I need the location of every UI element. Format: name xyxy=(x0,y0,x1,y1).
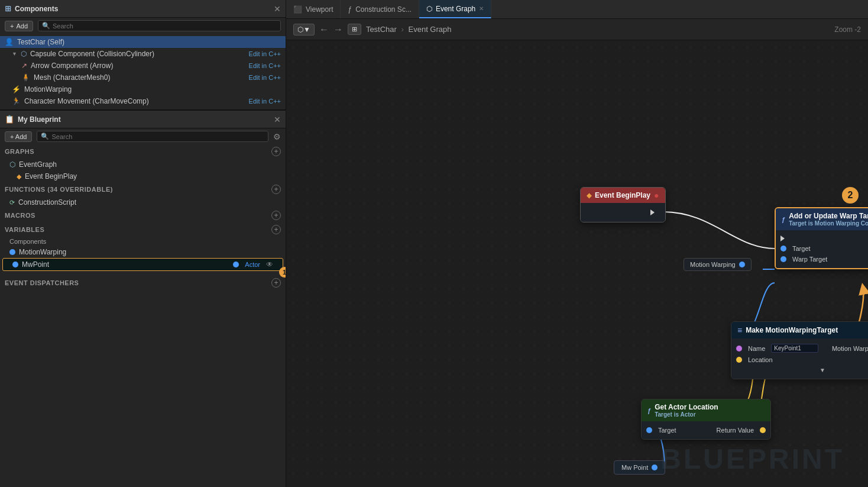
var-item-motionwarping[interactable]: MotionWarping xyxy=(0,246,286,258)
variables-section-header[interactable]: VARIABLES + xyxy=(0,222,286,237)
make-target-name-pin xyxy=(736,346,742,351)
mwpoint-var-label: MwPoint xyxy=(22,260,227,269)
mybp-search-bar[interactable]: 🔍 xyxy=(37,131,268,142)
components-search-bar[interactable]: 🔍 xyxy=(38,20,281,31)
bp-item-eventgraph[interactable]: ⬡ EventGraph xyxy=(0,159,286,170)
tab-construction[interactable]: ƒ Construction Sc... xyxy=(341,0,419,18)
mybp-settings-gear[interactable]: ⚙ xyxy=(273,132,281,141)
mybp-search-icon: 🔍 xyxy=(41,133,49,140)
graphs-add-btn[interactable]: + xyxy=(271,147,281,156)
bp-item-construction[interactable]: ⟳ ConstructionScript xyxy=(0,196,286,208)
macros-section-header[interactable]: MACROS + xyxy=(0,208,286,222)
make-target-name-input[interactable] xyxy=(771,344,818,353)
bp-item-eventbeginplay[interactable]: ◆ Event BeginPlay xyxy=(0,170,286,182)
components-search-input[interactable] xyxy=(53,22,277,30)
viewport-tab-label: Viewport xyxy=(306,5,333,14)
tree-item-mesh[interactable]: 🧍 Mesh (CharacterMesh0) Edit in C++ xyxy=(0,72,286,83)
node-make-motion-target[interactable]: ≡ Make MotionWarpingTarget Name Motion W… xyxy=(731,321,868,379)
blueprint-watermark: BLUEPRINT xyxy=(660,443,844,475)
mybp-close-btn[interactable]: ✕ xyxy=(274,115,281,124)
functions-section-header[interactable]: FUNCTIONS (34 OVERRIDABLE) + xyxy=(0,182,286,196)
step-badge-1: 1 xyxy=(279,267,286,278)
add-warp-warptarget-label: Warp Target xyxy=(792,256,827,263)
mwpoint-visibility-icon[interactable]: 👁 xyxy=(266,260,273,269)
eventgraph-label: EventGraph xyxy=(19,160,57,169)
mesh-edit-action[interactable]: Edit in C++ xyxy=(249,74,281,81)
focus-btn[interactable]: ⊞ xyxy=(348,24,361,35)
charmove-icon: 🏃 xyxy=(12,97,21,105)
variables-add-btn[interactable]: + xyxy=(271,225,281,234)
mw-point-label: Mw Point xyxy=(621,464,648,471)
eventgraph-tab-close[interactable]: ✕ xyxy=(479,5,484,12)
charmove-edit-action[interactable]: Edit in C++ xyxy=(249,98,281,105)
chevron-down-icon: ▼ xyxy=(12,51,17,57)
person-icon: 👤 xyxy=(5,38,14,46)
nav-forward-btn[interactable]: → xyxy=(333,24,343,35)
bp-mode-btn[interactable]: ⬡▼ xyxy=(293,24,315,36)
make-target-output-label: Motion Warping Target xyxy=(832,345,868,352)
tree-item-charmove[interactable]: 🏃 Character Movement (CharMoveComp) Edit… xyxy=(0,95,286,107)
arrow-comp-icon: ↗ xyxy=(21,62,27,70)
make-target-expand-row[interactable]: ▼ xyxy=(731,365,868,375)
mybp-add-button[interactable]: + Add xyxy=(5,131,32,142)
breadcrumb-testchar: TestChar xyxy=(366,25,397,34)
add-warp-exec-row xyxy=(776,234,868,243)
event-begin-body xyxy=(581,203,665,222)
mybp-title-group: 📋 My Blueprint xyxy=(5,115,61,124)
event-dispatchers-header[interactable]: EVENT DISPATCHERS + xyxy=(0,276,286,290)
graphs-section-header[interactable]: GRAPHS + xyxy=(0,144,286,159)
mw-point-var-node[interactable]: Mw Point xyxy=(614,460,665,475)
make-target-title: Make MotionWarpingTarget xyxy=(746,326,838,334)
nav-back-btn[interactable]: ← xyxy=(319,24,329,35)
add-icon: + xyxy=(10,22,14,30)
mybp-search-input[interactable] xyxy=(51,133,264,140)
testchar-label: TestChar (Self) xyxy=(17,38,281,46)
graphs-section-label: GRAPHS xyxy=(5,148,34,155)
add-warp-warptarget-pin xyxy=(780,256,786,262)
tree-item-arrow[interactable]: ↗ Arrow Component (Arrow) Edit in C++ xyxy=(0,60,286,72)
components-header: ⊞ Components ✕ xyxy=(0,0,286,18)
eventgraph-tab-icon: ⬡ xyxy=(426,5,432,13)
components-add-button[interactable]: + + Add Add xyxy=(5,21,33,31)
mesh-label: Mesh (CharacterMesh0) xyxy=(34,73,245,82)
node-event-begin-play[interactable]: ◆ Event BeginPlay ● xyxy=(580,187,666,222)
add-warp-body: Target Warp Target xyxy=(776,230,868,268)
var-item-mwpoint[interactable]: MwPoint Actor 👁 1 xyxy=(2,258,283,271)
event-begin-icon: ◆ xyxy=(587,192,591,199)
add-warp-exec-in xyxy=(780,236,785,241)
node-get-actor-location[interactable]: ƒ Get Actor Location Target is Actor Tar… xyxy=(641,399,771,440)
component-icon: ⊞ xyxy=(5,4,11,13)
motion-warping-var-node[interactable]: Motion Warping xyxy=(684,258,752,271)
mybp-toolbar: + Add 🔍 ⚙ xyxy=(0,128,286,144)
mwpoint-dot xyxy=(12,262,18,267)
motion-label: MotionWarping xyxy=(24,85,281,93)
tree-item-testchar[interactable]: 👤 TestChar (Self) xyxy=(0,36,286,48)
capsule-edit-action[interactable]: Edit in C++ xyxy=(249,50,281,57)
search-icon: 🔍 xyxy=(42,22,50,30)
event-dispatchers-add-btn[interactable]: + xyxy=(271,278,281,288)
get-actor-body: Target Return Value xyxy=(642,421,770,439)
event-begin-exec-row xyxy=(587,208,659,217)
get-actor-title: Get Actor Location xyxy=(655,403,718,411)
make-target-location-pin xyxy=(736,357,742,363)
components-close-btn[interactable]: ✕ xyxy=(274,4,281,14)
graph-canvas[interactable]: 2 3 ◆ Event BeginPlay ● xyxy=(286,40,868,487)
tree-item-capsule[interactable]: ▼ ⬡ Capsule Component (CollisionCylinder… xyxy=(0,48,286,60)
right-panel: ⬛ Viewport ƒ Construction Sc... ⬡ Event … xyxy=(286,0,868,487)
node-add-warp-target[interactable]: ƒ Add or Update Warp Target Target is Mo… xyxy=(775,207,868,269)
mybp-panel: 📋 My Blueprint ✕ + Add 🔍 ⚙ GRAPHS + xyxy=(0,111,286,487)
tab-eventgraph[interactable]: ⬡ Event Graph ✕ xyxy=(419,0,491,18)
macros-add-btn[interactable]: + xyxy=(271,211,281,220)
functions-add-btn[interactable]: + xyxy=(271,185,281,194)
breadcrumb: TestChar › Event Graph xyxy=(366,25,452,34)
motion-var-out-pin xyxy=(739,262,745,267)
mwpoint-dot2 xyxy=(233,262,239,267)
tab-viewport[interactable]: ⬛ Viewport xyxy=(286,0,341,18)
tree-item-motionwarping[interactable]: ⚡ MotionWarping xyxy=(0,83,286,95)
arrow-edit-action[interactable]: Edit in C++ xyxy=(249,62,281,69)
variables-section-label: VARIABLES xyxy=(5,226,44,233)
capsule-label: Capsule Component (CollisionCylinder) xyxy=(30,50,245,58)
left-panel: ⊞ Components ✕ + + Add Add 🔍 xyxy=(0,0,286,487)
macros-section-label: MACROS xyxy=(5,212,35,219)
eventgraph-tab-label: Event Graph xyxy=(436,5,475,13)
